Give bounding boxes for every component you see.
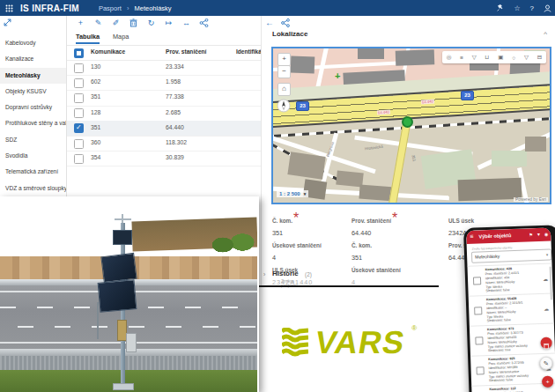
favorites-icon[interactable]: ☆ [514,4,520,12]
map-toolbar: ◎ ≡ ▽ ⊔ ▣ ○ ▽ ⊟ [442,51,546,63]
app-launcher-icon[interactable] [5,4,13,12]
share-button[interactable] [199,18,209,27]
tab-tabulka[interactable]: Tabulka [76,33,100,44]
column-header-prov-staniceni[interactable]: Prov. staničení [166,48,206,55]
vars-logo-mark-icon [282,328,308,358]
vars-logo: VARS ® [282,322,449,363]
table-panel: + ✎ ✐ ↻ ↦ ↔ Tabulka Mapa [67,16,261,197]
column-header-komunikace[interactable]: Komunikace [91,48,125,55]
map-zoom-in-button[interactable]: + [278,53,291,66]
item-checkbox[interactable] [474,307,482,314]
sidebar-item-sdz[interactable]: SDZ [0,132,66,148]
map-home-button[interactable]: ⌂ [278,83,291,96]
swap-button[interactable]: ↔ [181,18,191,27]
legend-icon[interactable]: ≡ [460,55,463,61]
row-checkbox[interactable] [74,93,84,103]
measure-icon[interactable]: ⊔ [485,54,490,61]
expand-historie-icon[interactable]: › [263,271,265,277]
sidebar-item-protihlukove-steny[interactable]: Protihlukové stěny a valy [0,115,66,131]
table-row[interactable]: 360 118.302 [67,136,261,152]
sidebar-item-dopravni-ostruvky[interactable]: Dopravní ostrůvky [0,100,66,115]
historie-title: Historie [272,270,299,277]
table-row-selected[interactable]: 351 64.440 [67,121,261,137]
row-checkbox[interactable] [74,108,84,118]
cloud-sync-icon[interactable]: ☁ [543,276,548,282]
add-button[interactable]: + [76,18,85,27]
basemap-icon[interactable]: ◎ [447,54,452,61]
photo-meteostation [0,196,259,392]
back-button[interactable]: ← [265,18,274,27]
phone-list-item[interactable]: Komunikace: 428Prov. staničení: 2.441/1 … [467,263,552,297]
layers-icon[interactable]: ▣ [498,54,503,61]
filter-icon[interactable]: ▼ [536,231,541,236]
table-row[interactable]: 128 2.685 [67,106,261,122]
sidebar-item-kabelovody[interactable]: Kabelovody [0,35,66,51]
sidebar-item-meteohlasky[interactable]: Meteohlásky [0,68,66,84]
row-checkbox[interactable] [74,63,84,73]
map-zoom-out-button[interactable]: − [278,65,291,78]
map-compass[interactable] [277,99,291,113]
table-row[interactable]: 602 1.958 [67,75,261,91]
item-checkbox[interactable] [475,337,483,344]
lokalizace-map[interactable]: + 64.440 64.440 23 23 Riegrova Hrotovick… [271,47,551,204]
share-icon[interactable] [281,18,290,27]
draw-icon[interactable]: ○ [512,55,515,61]
print-icon[interactable]: ⊟ [537,54,542,61]
row-checkbox[interactable] [74,78,84,88]
row-checkbox[interactable] [74,123,84,133]
user-icon[interactable] [544,4,551,12]
sidebar-item-svodidla[interactable]: Svodidla [0,148,66,164]
delete-button[interactable] [129,18,138,27]
select-icon[interactable]: ▽ [524,54,529,61]
table-row[interactable]: 130 23.334 [67,60,261,76]
map-scale-selector[interactable]: 1 : 2 500▾ [277,190,308,197]
column-header-identifikator[interactable]: Identifikátor [236,48,261,55]
pin-icon[interactable] [497,4,504,11]
table-tabs: Tabulka Mapa [67,30,261,46]
road-label-351: 351 [411,154,417,161]
table-row[interactable]: 351 77.338 [67,90,261,106]
item-checkbox[interactable] [473,277,481,285]
map-selected-object-marker[interactable] [402,116,413,128]
expand-panel-icon[interactable] [4,18,11,26]
menu-icon[interactable]: ≡ [470,233,473,240]
top-app-bar: IS INFRA-FIM Pasport › Meteohlásky ☆ ? [0,0,555,16]
breadcrumb-parent[interactable]: Pasport [99,4,122,12]
map-attribution: Powered by Esri [514,197,548,202]
pasport-sidebar: Kabelovody Kanalizace Meteohlásky Objekt… [0,16,67,196]
flag-icon[interactable]: ⚑ [529,232,533,237]
collapse-section-icon[interactable]: ^ [544,30,547,38]
item-checkbox[interactable] [477,366,485,374]
table-row[interactable]: 354 30.839 [67,151,261,166]
cloud-sync-icon[interactable]: ☁ [544,306,549,312]
select-all-checkbox[interactable] [74,48,84,58]
edit-button[interactable]: ✎ [93,18,103,27]
move-to-button[interactable]: ↦ [164,18,174,27]
road-shield-23: 23 [461,91,474,100]
refresh-button[interactable]: ↻ [146,18,156,27]
road-shield-23: 23 [296,101,309,111]
help-icon[interactable]: ? [530,4,534,12]
registered-mark: ® [411,324,417,332]
mobile-app-overlay: ≡ Výběr objektů ⚑ ▼ ◉ Zvolte typ pasport… [463,225,555,392]
phone-title: Výběr objektů [478,233,511,239]
phone-app-bar: ≡ Výběr objektů ⚑ ▼ ◉ [466,228,551,244]
tab-mapa[interactable]: Mapa [113,33,129,41]
target-icon[interactable]: ◉ [544,231,549,236]
sidebar-item-vdz-smerove-sloupky[interactable]: VDZ a směrové sloupky [0,181,66,196]
row-checkbox[interactable] [74,139,84,149]
bulk-edit-button[interactable]: ✐ [111,18,121,27]
sidebar-item-kanalizace[interactable]: Kanalizace [0,51,66,67]
breadcrumb-separator-icon: › [127,4,130,12]
add-fab[interactable]: + [542,376,553,388]
row-checkbox[interactable] [74,154,84,164]
photo-solar-panel [98,279,137,313]
edit-fab[interactable]: ✎ [539,357,553,371]
sidebar-item-objekty-ksusv[interactable]: Objekty KSUSV [0,84,66,100]
phone-list-item[interactable]: Komunikace: 55428Prov. staničení: 2.101/… [469,292,554,326]
table-toolbar: + ✎ ✐ ↻ ↦ ↔ [76,17,209,29]
sidebar-item-telematicka-zarizeni[interactable]: Telematická zařízení [0,164,66,180]
street-label-hrotovicka: Hrotovická [365,144,383,151]
object-type-select[interactable]: Meteohlásky ▾ [471,249,551,263]
filter-icon[interactable]: ▽ [472,54,477,61]
